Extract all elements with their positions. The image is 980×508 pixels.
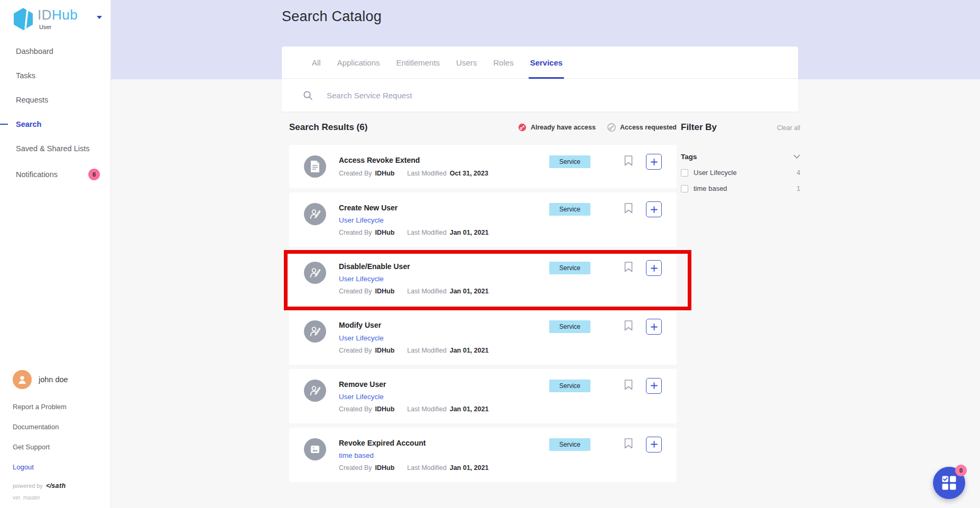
legend-access-requested: Access requested bbox=[607, 123, 677, 132]
card-tag-link[interactable]: User Lifecycle bbox=[339, 393, 488, 401]
filter-option-label: User Lifecycle bbox=[694, 169, 737, 177]
tab-label: Entitlements bbox=[396, 58, 440, 67]
add-to-cart-button[interactable] bbox=[646, 437, 662, 452]
sidebar-link-get-support[interactable]: Get Support bbox=[13, 443, 104, 451]
last-modified-value: Oct 31, 2023 bbox=[450, 170, 488, 177]
sidebar-item-saved-shared-lists[interactable]: Saved & Shared Lists bbox=[0, 136, 110, 161]
notification-count-badge: 8 bbox=[88, 169, 100, 180]
card-tag-link[interactable]: User Lifecycle bbox=[339, 275, 488, 283]
bookmark-icon bbox=[624, 203, 633, 214]
bookmark-button[interactable] bbox=[624, 155, 633, 167]
filter-checkbox[interactable] bbox=[681, 185, 688, 192]
filter-header: Filter By Clear all bbox=[681, 122, 800, 133]
powered-by-label: powered by bbox=[13, 483, 43, 489]
card-title: Remove User bbox=[339, 380, 488, 389]
add-to-cart-button[interactable] bbox=[646, 154, 662, 170]
user-profile[interactable]: john doe bbox=[13, 370, 104, 389]
sidebar: IDHub User Dashboard Tasks Requests Sear… bbox=[0, 0, 111, 508]
card-body: Disable/Enable User User Lifecycle Creat… bbox=[339, 262, 488, 295]
result-card-modify-user[interactable]: Modify User User Lifecycle Created By ID… bbox=[289, 310, 677, 364]
sidebar-item-search[interactable]: Search bbox=[0, 112, 110, 136]
card-body: Modify User User Lifecycle Created By ID… bbox=[339, 320, 488, 354]
workspace-dropdown-caret-icon[interactable] bbox=[97, 16, 102, 19]
result-card-access-revoke-extend[interactable]: Access Revoke Extend Created By IDHub La… bbox=[289, 145, 677, 188]
created-by-value: IDHub bbox=[375, 288, 395, 295]
logout-link[interactable]: Logout bbox=[13, 463, 104, 471]
sidebar-nav: Dashboard Tasks Requests Search Saved & … bbox=[0, 39, 110, 188]
created-by-label: Created By bbox=[339, 288, 372, 295]
card-avatar bbox=[304, 438, 326, 460]
filter-panel: Filter By Clear all Tags User Lifecycle … bbox=[681, 122, 800, 192]
sidebar-item-requests[interactable]: Requests bbox=[0, 88, 110, 112]
sidebar-link-documentation[interactable]: Documentation bbox=[13, 423, 104, 431]
tab-all[interactable]: All bbox=[312, 47, 321, 78]
tab-roles[interactable]: Roles bbox=[493, 47, 513, 78]
legend-label: Access requested bbox=[620, 124, 677, 131]
last-modified-value: Jan 01, 2021 bbox=[450, 464, 489, 472]
card-avatar bbox=[304, 380, 326, 402]
filter-option-time-based: time based 1 bbox=[681, 184, 800, 192]
add-to-cart-button[interactable] bbox=[646, 201, 662, 217]
bookmark-button[interactable] bbox=[624, 262, 633, 273]
card-body: Revoke Expired Account time based Create… bbox=[339, 438, 488, 472]
sidebar-item-tasks[interactable]: Tasks bbox=[0, 63, 110, 88]
sidebar-item-label: Saved & Shared Lists bbox=[16, 144, 89, 153]
last-modified-label: Last Modified bbox=[407, 464, 446, 472]
tab-users[interactable]: Users bbox=[456, 47, 477, 78]
cart-count-badge: 0 bbox=[955, 465, 967, 476]
bookmark-button[interactable] bbox=[624, 438, 633, 450]
card-actions: Service bbox=[549, 320, 662, 335]
add-to-cart-button[interactable] bbox=[646, 319, 662, 335]
card-meta: Created By IDHub Last Modified Jan 01, 2… bbox=[339, 347, 488, 354]
tab-entitlements[interactable]: Entitlements bbox=[396, 47, 440, 78]
tags-group-header[interactable]: Tags bbox=[681, 153, 800, 161]
plus-icon bbox=[651, 441, 658, 448]
filter-checkbox[interactable] bbox=[681, 169, 688, 177]
card-tag-link[interactable]: User Lifecycle bbox=[339, 216, 488, 224]
bookmark-icon bbox=[624, 320, 633, 331]
bookmark-button[interactable] bbox=[624, 320, 633, 332]
bookmark-button[interactable] bbox=[624, 203, 633, 215]
user-name: john doe bbox=[39, 375, 68, 384]
card-body: Remove User User Lifecycle Created By ID… bbox=[339, 380, 488, 413]
logo-subtitle: User bbox=[39, 24, 78, 30]
card-tag-link[interactable]: time based bbox=[339, 451, 488, 459]
bookmark-icon bbox=[624, 380, 633, 390]
card-avatar bbox=[304, 203, 326, 225]
person-icon bbox=[16, 374, 28, 385]
result-card-revoke-expired-account[interactable]: Revoke Expired Account time based Create… bbox=[289, 428, 677, 482]
created-by-label: Created By bbox=[339, 347, 372, 354]
card-body: Access Revoke Extend Created By IDHub La… bbox=[339, 155, 488, 177]
search-input[interactable] bbox=[326, 90, 698, 100]
card-actions: Service bbox=[549, 438, 662, 452]
sath-logo-icon: </ bbox=[46, 482, 51, 489]
filter-option-user-lifecycle: User Lifecycle 4 bbox=[681, 169, 800, 177]
card-tag-link[interactable]: User Lifecycle bbox=[339, 334, 488, 342]
bookmark-button[interactable] bbox=[624, 380, 633, 391]
sidebar-link-report-a-problem[interactable]: Report a Problem bbox=[13, 403, 104, 411]
clear-all-link[interactable]: Clear all bbox=[777, 124, 800, 132]
result-card-remove-user[interactable]: Remove User User Lifecycle Created By ID… bbox=[289, 369, 677, 423]
created-by-value: IDHub bbox=[375, 170, 395, 177]
logo-hub-part: Hub bbox=[52, 7, 78, 23]
add-to-cart-button[interactable] bbox=[646, 378, 662, 394]
result-card-create-new-user[interactable]: Create New User User Lifecycle Created B… bbox=[289, 192, 677, 247]
legend-label: Already have access bbox=[531, 124, 596, 131]
tab-services[interactable]: Services bbox=[530, 47, 563, 78]
result-card-disable-enable-user[interactable]: Disable/Enable User User Lifecycle Creat… bbox=[289, 251, 677, 306]
user-edit-icon bbox=[309, 266, 321, 279]
logo-text: IDHub User bbox=[38, 7, 78, 30]
cart-fab-button[interactable]: 0 bbox=[933, 467, 965, 499]
sidebar-item-notifications[interactable]: Notifications 8 bbox=[0, 161, 110, 188]
bookmark-icon bbox=[624, 262, 633, 272]
tab-applications[interactable]: Applications bbox=[337, 47, 380, 78]
sidebar-item-dashboard[interactable]: Dashboard bbox=[0, 39, 110, 63]
legend-already-have-access: Already have access bbox=[518, 123, 596, 132]
sidebar-item-label: Dashboard bbox=[16, 47, 53, 56]
last-modified-label: Last Modified bbox=[407, 288, 446, 295]
sidebar-footer: john doe Report a ProblemDocumentationGe… bbox=[13, 370, 104, 501]
key-icon bbox=[518, 123, 526, 132]
card-avatar bbox=[304, 155, 326, 178]
add-to-cart-button[interactable] bbox=[646, 260, 662, 276]
sidebar-item-label: Notifications bbox=[16, 170, 58, 179]
